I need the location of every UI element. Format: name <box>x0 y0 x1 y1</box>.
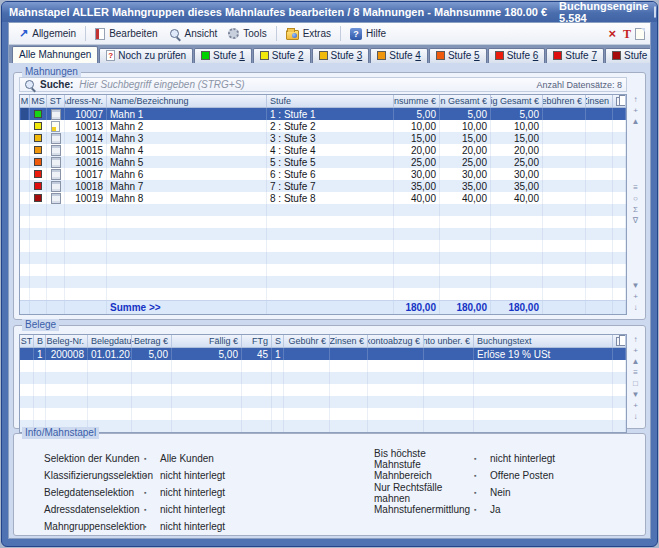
cell-stufe: 6 : Stufe 6 <box>267 168 394 180</box>
cell-skontoabzug <box>368 372 424 384</box>
cell-s <box>272 360 284 372</box>
cell-faellig: 25,00 <box>491 156 543 168</box>
cell-skontoabzug <box>368 396 424 408</box>
column-header-faellig[interactable]: Fällig Gesamt € <box>491 95 543 107</box>
menu-hilfe[interactable]: ? Hilfe <box>345 26 391 42</box>
column-header-mahnsumme[interactable]: Mahnsumme € <box>394 95 440 107</box>
tab-stufe-2[interactable]: Stufe 2 <box>253 48 311 63</box>
cell-m <box>20 192 30 204</box>
table-row[interactable]: 10016Mahn 55 : Stufe 525,0025,0025,00 <box>20 156 626 168</box>
tab-noch-zu-prüfen[interactable]: ?Noch zu prüfen <box>99 48 193 63</box>
grid-nav-icon[interactable]: ○ <box>633 193 638 204</box>
grid-nav-icon[interactable]: ↓ <box>634 302 638 313</box>
grid-nav-icon[interactable]: ▲ <box>632 356 640 367</box>
search-bar: Suche: Anzahl Datensätze: 8 <box>19 77 627 92</box>
cell-faellig: 20,00 <box>491 144 543 156</box>
cell-adress: 10013 <box>65 120 107 132</box>
tab-stufe-3[interactable]: Stufe 3 <box>312 48 370 63</box>
cell-zinsen <box>330 408 368 420</box>
cell-faellig <box>491 288 543 300</box>
new-document-icon[interactable] <box>635 28 645 40</box>
grid-nav-icon[interactable]: Σ <box>633 204 638 215</box>
pin-icon[interactable]: T <box>620 28 634 40</box>
cell-mahnsumme <box>394 264 440 276</box>
table-row[interactable]: 10015Mahn 44 : Stufe 420,0020,0020,00 <box>20 144 626 156</box>
column-header-ms[interactable]: MS <box>30 95 47 107</box>
restore-icon[interactable] <box>654 6 656 18</box>
column-header-s[interactable]: S <box>272 335 284 347</box>
tab-stufe-6[interactable]: Stufe 6 <box>488 48 546 63</box>
grid-nav-icon[interactable]: + <box>633 345 638 356</box>
tab-alle-mahnungen[interactable]: Alle Mahnungen <box>12 46 98 63</box>
column-header-beleg_nr[interactable]: Beleg-Nr. <box>46 335 88 347</box>
column-header-st[interactable]: ST <box>20 335 34 347</box>
menu-allgemein[interactable]: ↗ Allgemein <box>14 26 81 41</box>
menu-bearbeiten[interactable]: Bearbeiten <box>90 26 162 42</box>
copy-column-header[interactable] <box>613 335 626 347</box>
grid-nav-icon[interactable]: ≡ <box>633 182 638 193</box>
menu-tools[interactable]: Tools <box>223 26 271 41</box>
column-header-name[interactable]: Name/Bezeichnung <box>107 95 267 107</box>
column-header-buchungstext[interactable]: Buchungstext <box>474 335 613 347</box>
cell-offen: 40,00 <box>440 192 491 204</box>
table-row[interactable]: 10019Mahn 88 : Stufe 840,0040,0040,00 <box>20 192 626 204</box>
column-header-st[interactable]: ST <box>47 95 65 107</box>
table-row[interactable]: 10017Mahn 66 : Stufe 630,0030,0030,00 <box>20 168 626 180</box>
menu-ansicht[interactable]: Ansicht <box>164 26 223 42</box>
grid-nav-icon[interactable]: ↑ <box>634 94 638 105</box>
cell-zinsen <box>586 108 613 120</box>
column-header-adress[interactable]: Adress-Nr. <box>65 95 107 107</box>
cell-stufe: 8 : Stufe 8 <box>267 192 394 204</box>
mahnungen-group: Mahnungen Suche: Anzahl Datensätze: 8 MM… <box>13 72 646 320</box>
grid-nav-icon[interactable]: □ <box>633 378 638 389</box>
table-row[interactable]: 10014Mahn 33 : Stufe 315,0015,0015,00 <box>20 132 626 144</box>
column-header-rg_betrag[interactable]: Rg.-Betrag € <box>132 335 172 347</box>
cell-name: Mahn 2 <box>107 120 267 132</box>
column-header-faellig[interactable]: Fällig € <box>172 335 242 347</box>
column-header-m[interactable]: M <box>20 95 30 107</box>
grid-nav-icon[interactable]: + <box>633 105 638 116</box>
cell-copy <box>613 144 626 156</box>
column-header-skonto_unber[interactable]: Skonto unber. € <box>424 335 474 347</box>
tab-stufe-5[interactable]: Stufe 5 <box>429 48 487 63</box>
tab-stufe-4[interactable]: Stufe 4 <box>370 48 428 63</box>
column-header-gebuehren[interactable]: Gebühren € <box>543 95 586 107</box>
grid-nav-icon[interactable]: ▲ <box>632 116 640 127</box>
tab-stufe-1[interactable]: Stufe 1 <box>194 48 252 63</box>
cell-st <box>47 192 65 204</box>
grid-nav-icon[interactable]: + <box>633 291 638 302</box>
column-header-ftg[interactable]: FTg <box>242 335 272 347</box>
grid-nav-icon[interactable]: + <box>633 400 638 411</box>
column-header-gebuehr[interactable]: Gebühr € <box>284 335 330 347</box>
cell-ftg: 45 <box>242 348 272 360</box>
table-row[interactable]: 10018Mahn 77 : Stufe 735,0035,0035,00 <box>20 180 626 192</box>
column-header-b[interactable]: B <box>34 335 46 347</box>
table-row[interactable]: 120000801.01.20175,005,00451Erlöse 19 % … <box>20 348 626 360</box>
menu-extras[interactable]: Extras <box>281 26 336 42</box>
table-row[interactable]: 10013Mahn 22 : Stufe 210,0010,0010,00 <box>20 120 626 132</box>
grid-nav-icon[interactable]: ▼ <box>632 280 640 291</box>
column-header-zinsen[interactable]: Zinsen € <box>330 335 368 347</box>
cell-zinsen <box>586 168 613 180</box>
grid-nav-icon[interactable]: ↑ <box>634 334 638 345</box>
tab-stufe-7[interactable]: Stufe 7 <box>546 48 604 63</box>
grid-nav-icon[interactable]: ↓ <box>634 411 638 422</box>
column-header-offen[interactable]: Offen Gesamt € <box>440 95 491 107</box>
column-header-skontoabzug[interactable]: Skontoabzug € <box>368 335 424 347</box>
cell-beleg_nr <box>46 360 88 372</box>
cell-zinsen <box>586 120 613 132</box>
cell-st <box>47 156 65 168</box>
grid-nav-icon[interactable]: ∇ <box>633 215 638 226</box>
column-header-zinsen[interactable]: Zinsen <box>586 95 613 107</box>
search-input[interactable] <box>77 78 532 91</box>
tab-stufe-8[interactable]: Stufe 8 <box>605 48 651 63</box>
column-header-stufe[interactable]: Stufe <box>267 95 394 107</box>
delete-icon[interactable]: × <box>605 27 619 40</box>
table-row[interactable]: 10007Mahn 11 : Stufe 15,005,005,00 <box>20 108 626 120</box>
grid-nav-icon[interactable]: ≡ <box>633 367 638 378</box>
info-row: Bis höchste Mahnstufe▪nicht hinterlegt <box>374 450 555 467</box>
grid-nav-icon[interactable]: ▼ <box>632 389 640 400</box>
copy-column-header[interactable] <box>613 95 626 107</box>
cell-copy <box>613 132 626 144</box>
column-header-belegdatum[interactable]: Belegdatum <box>88 335 132 347</box>
